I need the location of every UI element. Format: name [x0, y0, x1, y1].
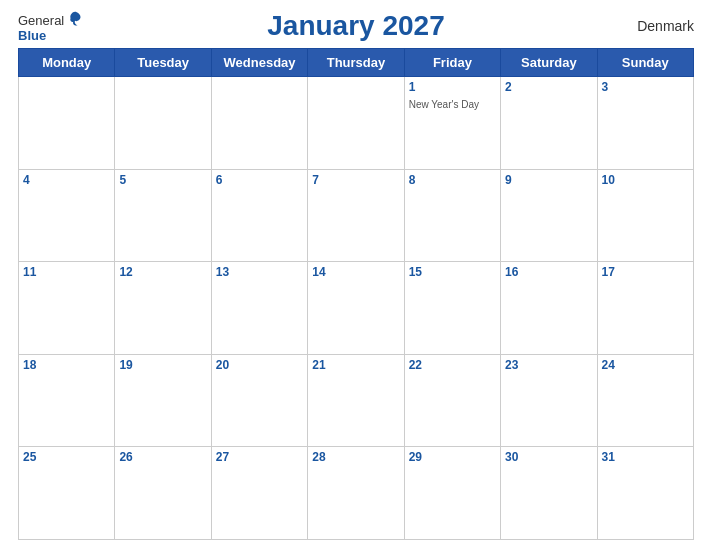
- logo-blue-text: Blue: [18, 28, 46, 43]
- day-number: 13: [216, 265, 303, 279]
- day-number: 5: [119, 173, 206, 187]
- day-number: 8: [409, 173, 496, 187]
- day-number: 23: [505, 358, 592, 372]
- calendar-cell: 12: [115, 262, 211, 355]
- calendar-cell: 9: [501, 169, 597, 262]
- calendar-cell: [308, 77, 404, 170]
- calendar-cell: 19: [115, 354, 211, 447]
- calendar-cell: 25: [19, 447, 115, 540]
- calendar-cell: 3: [597, 77, 693, 170]
- day-number: 9: [505, 173, 592, 187]
- day-number: 27: [216, 450, 303, 464]
- day-number: 18: [23, 358, 110, 372]
- day-number: 7: [312, 173, 399, 187]
- calendar-cell: 30: [501, 447, 597, 540]
- weekday-header-thursday: Thursday: [308, 49, 404, 77]
- weekday-header-friday: Friday: [404, 49, 500, 77]
- calendar-cell: 28: [308, 447, 404, 540]
- calendar-title: January 2027: [267, 10, 444, 42]
- calendar-cell: 1New Year's Day: [404, 77, 500, 170]
- calendar-cell: 8: [404, 169, 500, 262]
- day-number: 31: [602, 450, 689, 464]
- calendar-cell: 16: [501, 262, 597, 355]
- day-number: 30: [505, 450, 592, 464]
- day-number: 1: [409, 80, 496, 94]
- day-number: 24: [602, 358, 689, 372]
- day-number: 6: [216, 173, 303, 187]
- calendar-cell: 17: [597, 262, 693, 355]
- calendar-cell: 5: [115, 169, 211, 262]
- logo-bird-icon: [66, 10, 84, 28]
- calendar-cell: 13: [211, 262, 307, 355]
- weekday-header-tuesday: Tuesday: [115, 49, 211, 77]
- day-number: 25: [23, 450, 110, 464]
- calendar-cell: 10: [597, 169, 693, 262]
- calendar-cell: 21: [308, 354, 404, 447]
- day-number: 28: [312, 450, 399, 464]
- weekday-header-saturday: Saturday: [501, 49, 597, 77]
- weekday-header-monday: Monday: [19, 49, 115, 77]
- day-number: 15: [409, 265, 496, 279]
- day-number: 16: [505, 265, 592, 279]
- calendar-cell: 2: [501, 77, 597, 170]
- calendar-cell: 11: [19, 262, 115, 355]
- calendar-cell: 26: [115, 447, 211, 540]
- day-number: 4: [23, 173, 110, 187]
- day-number: 3: [602, 80, 689, 94]
- day-number: 17: [602, 265, 689, 279]
- calendar-row-2: 45678910: [19, 169, 694, 262]
- page-header: General Blue January 2027 Denmark: [18, 10, 694, 42]
- day-number: 19: [119, 358, 206, 372]
- day-event: New Year's Day: [409, 99, 479, 110]
- calendar-cell: 7: [308, 169, 404, 262]
- day-number: 12: [119, 265, 206, 279]
- day-number: 10: [602, 173, 689, 187]
- logo-general-text: General: [18, 13, 64, 28]
- calendar-cell: 18: [19, 354, 115, 447]
- weekday-header-wednesday: Wednesday: [211, 49, 307, 77]
- calendar-cell: 4: [19, 169, 115, 262]
- calendar-cell: 31: [597, 447, 693, 540]
- calendar-row-4: 18192021222324: [19, 354, 694, 447]
- day-number: 29: [409, 450, 496, 464]
- calendar-cell: 27: [211, 447, 307, 540]
- day-number: 26: [119, 450, 206, 464]
- calendar-cell: 23: [501, 354, 597, 447]
- day-number: 22: [409, 358, 496, 372]
- calendar-cell: 6: [211, 169, 307, 262]
- country-label: Denmark: [637, 18, 694, 34]
- day-number: 14: [312, 265, 399, 279]
- calendar-cell: [115, 77, 211, 170]
- calendar-cell: 14: [308, 262, 404, 355]
- calendar-cell: 29: [404, 447, 500, 540]
- calendar-cell: [19, 77, 115, 170]
- calendar-table: MondayTuesdayWednesdayThursdayFridaySatu…: [18, 48, 694, 540]
- calendar-row-1: 1New Year's Day23: [19, 77, 694, 170]
- logo: General Blue: [18, 10, 84, 43]
- calendar-cell: 20: [211, 354, 307, 447]
- day-number: 2: [505, 80, 592, 94]
- weekday-header-sunday: Sunday: [597, 49, 693, 77]
- calendar-row-5: 25262728293031: [19, 447, 694, 540]
- calendar-cell: 24: [597, 354, 693, 447]
- day-number: 20: [216, 358, 303, 372]
- calendar-row-3: 11121314151617: [19, 262, 694, 355]
- calendar-cell: 22: [404, 354, 500, 447]
- calendar-cell: [211, 77, 307, 170]
- day-number: 21: [312, 358, 399, 372]
- calendar-cell: 15: [404, 262, 500, 355]
- weekday-header-row: MondayTuesdayWednesdayThursdayFridaySatu…: [19, 49, 694, 77]
- day-number: 11: [23, 265, 110, 279]
